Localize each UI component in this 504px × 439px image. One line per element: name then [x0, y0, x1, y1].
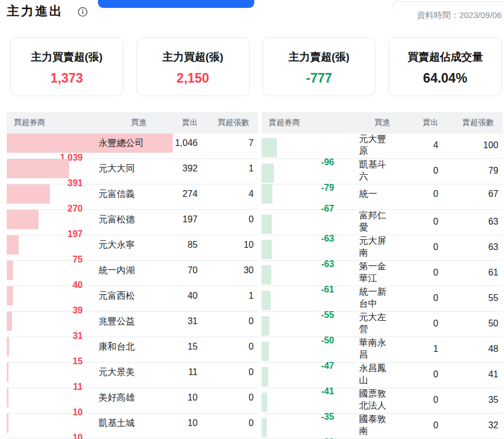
broker-name: 凱基斗六 — [352, 159, 395, 183]
sell-volume-bar — [262, 367, 268, 386]
sell-volume: 50 — [443, 319, 503, 329]
sell-volume: 63 — [443, 242, 503, 252]
buy-volume: 274 — [151, 189, 202, 199]
buy-volume-bar — [7, 337, 9, 356]
sell-volume: 79 — [443, 166, 503, 176]
broker-name: 元大左營 — [352, 312, 395, 335]
broker-name: 統一內湖 — [92, 265, 151, 277]
broker-name: 元富信義 — [92, 188, 151, 200]
net-volume: 39 — [7, 305, 92, 316]
sell-volume-bar — [262, 342, 269, 361]
broker-name: 元大永寧 — [92, 239, 151, 251]
broker-name: 元富西松 — [92, 290, 151, 302]
buy-volume: 392 — [151, 163, 202, 174]
card-value: -777 — [263, 71, 375, 86]
info-icon[interactable] — [78, 7, 88, 17]
column-header-sell: 賣出 — [395, 118, 443, 128]
net-volume: -67 — [262, 204, 352, 214]
card-label: 主力買賣超(張) — [11, 50, 123, 64]
summary-cards: 主力買賣超(張) 1,373 主力買超(張) 2,150 主力賣超(張) -77… — [10, 37, 502, 96]
main-panel: 主力進出 資料時間：2023/09/06 主力買賣超(張) 1,373 主力買超… — [0, 0, 504, 439]
broker-name: 統一 — [352, 188, 395, 200]
net-volume: -55 — [262, 310, 352, 320]
sell-volume: 67 — [443, 189, 503, 199]
sell-volume-bar — [262, 265, 271, 285]
broker-name: 元富松德 — [92, 214, 151, 226]
buy-volume: 15 — [151, 342, 202, 352]
card-value: 64.04% — [389, 71, 501, 86]
sell-volume: 1 — [202, 163, 258, 174]
column-header-buy: 買進 — [352, 118, 395, 128]
column-header-broker: 買超券商 — [7, 118, 92, 128]
column-header-sell: 賣出 — [151, 118, 202, 128]
net-volume: -50 — [262, 335, 352, 346]
broker-name: 華南永昌 — [352, 337, 395, 361]
table-row: 元大豐原4100-96 — [262, 134, 503, 159]
summary-card-sell: 主力賣超(張) -777 — [263, 37, 376, 96]
buy-volume-bar — [7, 414, 8, 433]
card-label: 買賣超佔成交量 — [389, 50, 501, 64]
sell-volume-bar — [262, 316, 270, 335]
broker-tables: 買超券商 買進 賣出 買超張數 永豐總公司1,04671,039元大大同3921… — [7, 112, 503, 439]
sell-volume-bar — [262, 291, 271, 310]
sell-volume: 30 — [202, 265, 258, 276]
highlight-pill-button[interactable] — [98, 0, 254, 8]
broker-name: 國泰敦南 — [352, 414, 395, 437]
buy-volume: 0 — [395, 395, 443, 405]
net-volume: 75 — [7, 255, 92, 265]
sell-volume-bar — [262, 163, 274, 183]
buy-volume-bar — [7, 235, 19, 255]
sell-volume-bar — [262, 240, 272, 259]
buy-table-body: 永豐總公司1,04671,039元大大同3921391元富信義2744270元富… — [7, 134, 258, 439]
broker-name: 永昌鳳山 — [352, 363, 395, 386]
buy-volume: 10 — [151, 393, 202, 403]
buy-volume-bar — [7, 261, 13, 280]
broker-name: 元大屏南 — [352, 235, 395, 259]
sell-table-body: 元大豐原4100-96凱基斗六079-79統一067-67富邦仁愛063-63元… — [262, 134, 503, 439]
buy-volume: 70 — [151, 265, 202, 276]
net-volume: 31 — [7, 331, 92, 341]
broker-name: 永豐總公司 — [92, 137, 151, 149]
table-row: 元大大同3921391 — [7, 159, 258, 184]
buy-volume: 1,046 — [151, 138, 202, 148]
column-header-net: 買超張數 — [202, 118, 258, 128]
sell-volume: 7 — [202, 138, 258, 148]
buy-volume-bar — [7, 388, 8, 407]
buy-volume: 0 — [395, 369, 443, 380]
sell-volume: 61 — [443, 268, 503, 278]
sell-volume: 32 — [443, 420, 503, 431]
buy-volume: 0 — [395, 268, 443, 278]
net-volume: -41 — [262, 386, 352, 397]
sell-volume: 10 — [202, 240, 258, 250]
buy-volume-bar — [7, 210, 39, 229]
card-value: 2,150 — [137, 71, 249, 86]
buy-volume: 0 — [395, 242, 443, 252]
sell-volume-bar — [262, 418, 267, 437]
net-volume: -47 — [262, 361, 352, 371]
net-volume: -63 — [262, 259, 352, 269]
buy-volume: 40 — [151, 291, 202, 301]
buy-volume: 10 — [151, 418, 202, 428]
buy-volume-bar — [7, 363, 8, 382]
net-volume: 197 — [7, 229, 92, 239]
column-header-broker: 賣超券商 — [262, 118, 352, 128]
buy-volume: 1 — [395, 344, 443, 354]
sell-volume-bar — [262, 138, 277, 157]
broker-name: 美好高雄 — [92, 392, 151, 404]
net-volume: -35 — [262, 412, 352, 422]
buy-volume-bar — [7, 184, 50, 204]
card-label: 主力賣超(張) — [263, 50, 375, 64]
sell-volume: 63 — [443, 217, 503, 227]
sell-volume: 100 — [443, 140, 503, 150]
sell-volume: 0 — [202, 393, 258, 403]
sell-volume: 55 — [443, 293, 503, 303]
sell-volume: 0 — [202, 418, 258, 428]
table-row: 元富信義2744270 — [7, 184, 258, 210]
buy-volume: 85 — [151, 240, 202, 250]
net-volume: 10 — [7, 433, 92, 439]
broker-name: 元大景美 — [92, 367, 151, 378]
summary-card-buy: 主力買超(張) 2,150 — [136, 37, 250, 96]
broker-name: 國票敦北法人 — [352, 388, 395, 412]
sell-volume-bar — [262, 214, 272, 234]
sell-volume-bar — [262, 184, 272, 204]
